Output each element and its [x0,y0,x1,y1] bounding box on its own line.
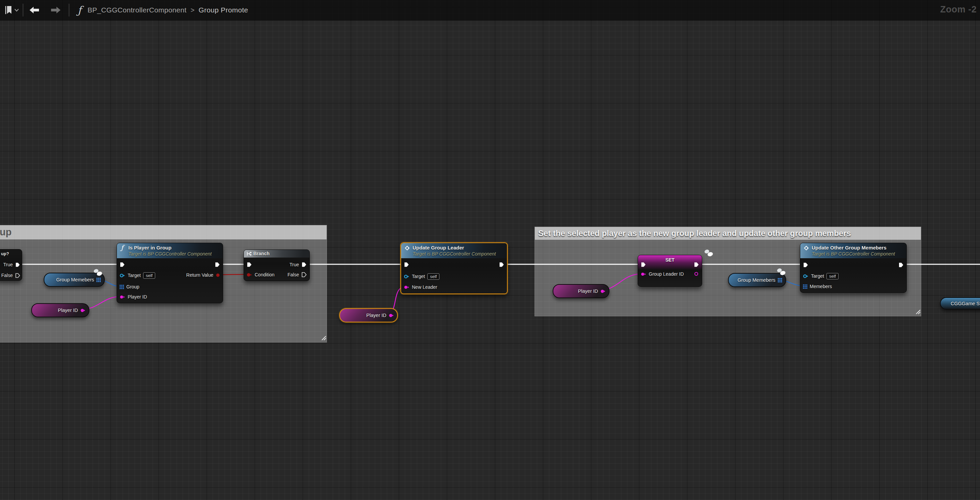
event-diamond-icon [404,245,410,252]
node-set-group-leader-id[interactable]: SET Group Leader ID [638,255,702,287]
pin-label-return-value: Return Value [186,272,213,278]
breadcrumb-current[interactable]: Group Promote [199,6,248,14]
pin-label-false: False [288,272,299,277]
variable-label: Player ID [578,289,598,294]
exec-in-pin[interactable] [119,262,125,269]
exec-out-pin[interactable] [898,262,904,269]
node-title: Is Player in Group [128,245,171,251]
exec-out-pin[interactable] [694,262,699,269]
exec-pin-false[interactable] [15,273,20,278]
target-pin[interactable] [404,275,409,279]
function-icon: ƒ [78,5,81,16]
self-chip[interactable]: self [427,273,439,280]
node-update-other-group-members[interactable]: Update Other Group Memebers Target is BP… [800,243,907,293]
player-id-pin[interactable] [80,308,85,313]
pin-label-members: Memebers [810,284,832,289]
wire-bubbles [704,249,714,259]
bookmark-icon[interactable] [4,5,13,15]
resize-handle-icon[interactable] [915,308,921,316]
variable-player-id-middle[interactable]: Player ID [339,308,398,322]
pin-label-group: Group [126,284,139,289]
exec-pin-true[interactable] [301,262,307,267]
exec-in-pin[interactable] [803,262,808,269]
comment-title-left: up [0,227,11,238]
exec-in-pin[interactable] [641,262,646,269]
variable-cgg-game-state[interactable]: CGGGame State [940,297,980,310]
separator [68,4,70,16]
node-title: Update Other Group Memebers [812,245,886,251]
array-pin-group[interactable] [119,285,124,289]
function-icon: ƒ [121,244,123,251]
variable-label: CGGGame State [951,301,980,306]
node-branch[interactable]: Branch True Condition False [243,249,310,281]
wire-bubbles [776,267,786,278]
exec-out-pin[interactable] [215,262,220,269]
pin-label-false: False [2,273,13,278]
node-title: SET [638,257,702,263]
variable-label: Group Memebers [737,277,775,283]
exec-in-pin[interactable] [404,262,409,269]
pin-label-target: Target [412,274,425,279]
node-update-group-leader[interactable]: Update Group Leader Target is BP CGGCont… [401,243,508,294]
player-id-pin[interactable] [119,295,125,299]
pin-label-player-id: Player ID [128,294,147,300]
self-chip[interactable]: self [143,272,155,279]
array-pin[interactable] [778,278,782,283]
node-is-player-in-group[interactable]: ƒ Is Player in Group Target is BP CGGCon… [116,243,223,303]
node-title: Update Group Leader [412,245,464,251]
wire-bubbles [93,268,103,279]
node-subtitle: Target is BP CGGController Component [812,251,895,257]
exec-in-pin[interactable] [247,262,252,269]
zoom-level-indicator: Zoom -2 [940,4,977,15]
blueprint-graph-canvas[interactable]: up Set the selected player as the new gr… [0,0,980,500]
pin-label-target: Target [128,273,141,278]
comment-title-bar-left[interactable]: up [0,225,326,240]
pin-label-new-leader: New Leader [412,284,438,290]
group-leader-id-in-pin[interactable] [641,272,646,276]
exec-out-pin[interactable] [499,262,504,269]
resize-handle-icon[interactable] [320,335,326,342]
branch-icon [247,251,252,257]
variable-label: Player ID [58,308,78,313]
separator [22,4,24,16]
variable-label: Player ID [366,313,387,318]
pin-label-true: True [290,262,299,267]
pin-label-group-leader-id: Group Leader ID [649,271,684,277]
breadcrumb-parent[interactable]: BP_CGGControllerComponent [88,6,186,14]
exec-pin-false[interactable] [301,272,307,277]
node-subtitle: Target is BP CGGController Component [412,251,496,257]
condition-pin[interactable] [247,273,252,277]
self-chip[interactable]: self [826,273,838,279]
variable-label: Group Memebers [56,277,94,283]
player-id-pin[interactable] [600,289,605,294]
variable-player-id-right[interactable]: Player ID [553,284,609,298]
return-value-pin[interactable] [216,273,220,277]
target-pin[interactable] [119,273,125,278]
node-clipped-question[interactable]: up? True False [0,249,22,281]
forward-arrow-icon[interactable] [50,6,61,14]
array-pin-members[interactable] [803,284,807,289]
graph-header-bar: ƒ BP_CGGControllerComponent > Group Prom… [0,0,980,21]
exec-pin-true[interactable] [15,262,20,267]
comment-title-bar-right[interactable]: Set the selected player as the new group… [535,227,921,240]
variable-player-id-left[interactable]: Player ID [31,303,89,317]
node-title: up? [1,251,9,256]
chevron-down-icon[interactable] [14,8,19,12]
pin-label-true: True [3,262,13,267]
comment-title-right: Set the selected player as the new group… [538,229,851,238]
node-title: Branch [253,251,269,256]
event-diamond-icon [803,245,809,252]
group-leader-id-out-pin[interactable] [694,271,698,277]
player-id-pin[interactable] [389,313,394,317]
node-subtitle: Target is BP CGGController Component [128,251,212,257]
target-pin[interactable] [803,274,809,278]
breadcrumb-separator-icon: > [191,6,194,14]
new-leader-pin[interactable] [404,285,409,289]
back-arrow-icon[interactable] [29,6,40,14]
pin-label-condition: Condition [255,272,274,277]
pin-label-target: Target [811,273,824,279]
